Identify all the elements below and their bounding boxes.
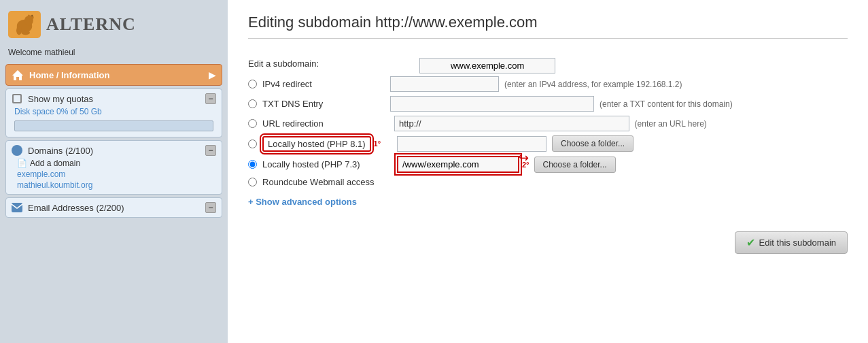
actions-row: ✔ Edit this subdomain bbox=[248, 218, 848, 254]
page-title: Editing subdomain http://www.exemple.com bbox=[248, 14, 848, 39]
php81-input[interactable] bbox=[397, 136, 546, 152]
svg-marker-9 bbox=[12, 70, 23, 80]
radio-group: IPv4 redirect (enter an IPv4 address, fo… bbox=[248, 76, 848, 187]
radio-row-php73: Locally hosted (PHP 7.3) 2° ↩ Choose a f… bbox=[248, 156, 848, 173]
checkmark-icon: ✔ bbox=[746, 236, 755, 249]
url-prefix: http:// bbox=[394, 116, 426, 131]
globe-icon bbox=[12, 145, 22, 156]
radio-txt-label: TXT DNS Entry bbox=[262, 99, 385, 109]
quotas-icon bbox=[12, 93, 22, 104]
txt-hint: (enter a TXT content for this domain) bbox=[600, 99, 733, 109]
svg-point-5 bbox=[28, 15, 30, 18]
disk-space-text: Disk space 0% of 50 Gb bbox=[12, 104, 216, 119]
home-arrow-icon: ▶ bbox=[209, 69, 216, 80]
sidebar-email-section: Email Addresses (2/200) − bbox=[5, 197, 222, 218]
annotation-1: 1° bbox=[374, 140, 381, 148]
sidebar-item-home-label: Home / Information bbox=[29, 70, 109, 80]
svg-rect-12 bbox=[12, 203, 22, 212]
logo-area: AlternC bbox=[5, 7, 222, 45]
radio-txt[interactable] bbox=[248, 99, 257, 108]
svg-point-6 bbox=[31, 15, 33, 16]
sidebar-domains-label: Domains (2/100) bbox=[28, 146, 93, 156]
ipv4-hint: (enter an IPv4 address, for example 192.… bbox=[504, 80, 682, 89]
radio-php81-label: Locally hosted (PHP 8.1) 1° bbox=[262, 136, 385, 152]
home-icon bbox=[12, 69, 24, 81]
radio-row-url: URL redirection http:// (enter an URL he… bbox=[248, 116, 848, 131]
sidebar-quotas-label: Show my quotas bbox=[28, 94, 93, 104]
subdomain-row: Edit a subdomain: bbox=[248, 58, 848, 74]
domains-collapse-btn[interactable]: − bbox=[205, 145, 216, 156]
sidebar-domains-section: Domains (2/100) − 📄 Add a domain exemple… bbox=[5, 140, 222, 195]
kangaroo-logo bbox=[8, 11, 41, 38]
radio-webmail-label: Roundcube Webmail access bbox=[262, 177, 385, 187]
domains-links-list: 📄 Add a domain exemple.com mathieul.koum… bbox=[12, 156, 216, 190]
sidebar-email-label-group: Email Addresses (2/200) bbox=[12, 203, 124, 213]
svg-rect-11 bbox=[14, 95, 20, 102]
svg-point-8 bbox=[21, 31, 30, 35]
radio-url-label: URL redirection bbox=[262, 118, 385, 129]
php81-outlined-label: Locally hosted (PHP 8.1) bbox=[262, 136, 371, 152]
radio-row-ipv4: IPv4 redirect (enter an IPv4 address, fo… bbox=[248, 76, 848, 92]
sidebar: AlternC Welcome mathieul Home / Informat… bbox=[0, 0, 228, 343]
edit-subdomain-button[interactable]: ✔ Edit this subdomain bbox=[735, 231, 848, 254]
radio-php81[interactable] bbox=[248, 140, 257, 148]
subdomain-label: Edit a subdomain: bbox=[248, 59, 319, 69]
email-icon bbox=[12, 203, 22, 212]
radio-url[interactable] bbox=[248, 119, 257, 128]
sidebar-email-label: Email Addresses (2/200) bbox=[28, 203, 124, 213]
radio-row-txt: TXT DNS Entry (enter a TXT content for t… bbox=[248, 96, 848, 112]
add-domain-icon: 📄 bbox=[17, 159, 27, 168]
php81-choose-folder-btn[interactable]: Choose a folder... bbox=[552, 135, 633, 152]
php73-input[interactable] bbox=[397, 156, 519, 173]
curved-arrow-icon: ↩ bbox=[519, 150, 529, 165]
subdomain-main-input[interactable] bbox=[419, 58, 555, 74]
email-collapse-btn[interactable]: − bbox=[205, 202, 216, 213]
radio-php73-label: Locally hosted (PHP 7.3) bbox=[262, 159, 385, 169]
sidebar-item-home[interactable]: Home / Information ▶ bbox=[5, 64, 222, 86]
url-hint: (enter an URL here) bbox=[635, 119, 707, 129]
show-advanced-container: + Show advanced options bbox=[248, 193, 848, 207]
domain-link-koumbit[interactable]: mathieul.koumbit.org bbox=[17, 180, 216, 190]
sidebar-quotas-header[interactable]: Show my quotas − bbox=[12, 93, 216, 104]
form-section: Edit a subdomain: IPv4 redirect (enter a… bbox=[248, 50, 848, 262]
sidebar-email-header[interactable]: Email Addresses (2/200) − bbox=[12, 202, 216, 213]
svg-point-7 bbox=[16, 26, 22, 35]
main-content: Editing subdomain http://www.exemple.com… bbox=[228, 0, 868, 343]
ipv4-input[interactable] bbox=[390, 76, 499, 92]
txt-input[interactable] bbox=[390, 96, 594, 112]
url-input[interactable] bbox=[426, 116, 629, 131]
add-domain-link[interactable]: 📄 Add a domain bbox=[17, 159, 216, 168]
radio-ipv4-label: IPv4 redirect bbox=[262, 79, 385, 89]
disk-space-bar-container bbox=[14, 120, 213, 131]
logo-text: AlternC bbox=[46, 14, 136, 35]
sidebar-quotas-label-group: Show my quotas bbox=[12, 93, 93, 104]
radio-webmail[interactable] bbox=[248, 178, 257, 186]
radio-row-php81: Locally hosted (PHP 8.1) 1° Choose a fol… bbox=[248, 135, 848, 152]
radio-row-webmail: Roundcube Webmail access bbox=[248, 177, 848, 187]
edit-subdomain-label: Edit this subdomain bbox=[759, 238, 836, 248]
show-advanced-link[interactable]: + Show advanced options bbox=[248, 197, 357, 207]
sidebar-item-left: Home / Information bbox=[12, 69, 109, 81]
sidebar-quotas-section: Show my quotas − Disk space 0% of 50 Gb bbox=[5, 88, 222, 137]
sidebar-domains-header[interactable]: Domains (2/100) − bbox=[12, 145, 216, 156]
sidebar-domains-label-group: Domains (2/100) bbox=[12, 145, 93, 156]
domain-link-exemple[interactable]: exemple.com bbox=[17, 169, 216, 179]
radio-ipv4[interactable] bbox=[248, 80, 257, 88]
welcome-text: Welcome mathieul bbox=[5, 48, 222, 61]
php73-choose-folder-btn[interactable]: Choose a folder... bbox=[534, 157, 616, 173]
radio-php73[interactable] bbox=[248, 160, 257, 169]
quotas-collapse-btn[interactable]: − bbox=[205, 93, 216, 104]
